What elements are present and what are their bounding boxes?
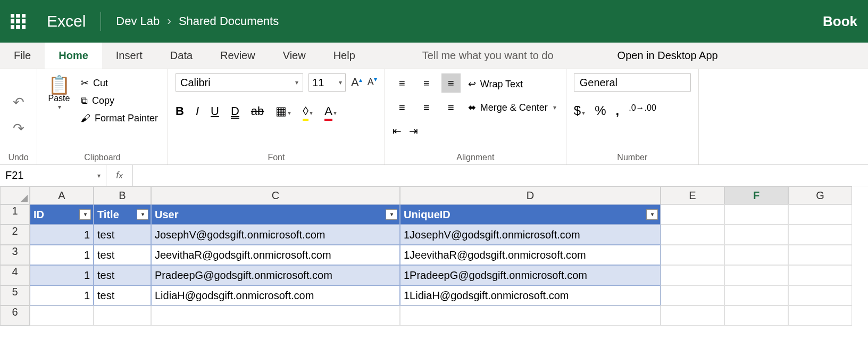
cell[interactable] bbox=[661, 306, 724, 326]
cell[interactable]: test bbox=[94, 225, 151, 245]
cell[interactable] bbox=[661, 225, 724, 245]
row-header[interactable]: 2 bbox=[0, 225, 30, 245]
cell[interactable]: 1LidiaH@godsgift.onmicrosoft.com bbox=[400, 285, 661, 306]
chevron-down-icon[interactable]: ▾ bbox=[97, 172, 101, 179]
cell[interactable] bbox=[661, 245, 724, 265]
cell[interactable] bbox=[30, 306, 94, 326]
grow-font-button[interactable]: A▴ bbox=[351, 76, 362, 89]
cell[interactable]: JeevithaR@godsgift.onmicrosoft.com bbox=[151, 245, 400, 265]
row-header[interactable]: 3 bbox=[0, 245, 30, 265]
table-header-uniqueid[interactable]: UniqueID▾ bbox=[400, 204, 661, 225]
breadcrumb-site[interactable]: Dev Lab bbox=[116, 14, 160, 28]
col-header-e[interactable]: E bbox=[661, 186, 724, 204]
cell[interactable]: test bbox=[94, 285, 151, 306]
select-all-corner[interactable] bbox=[0, 186, 30, 204]
align-bottom-button[interactable]: ≡ bbox=[441, 73, 461, 93]
increase-decimal-button[interactable]: .0→.00 bbox=[629, 103, 656, 118]
cell[interactable] bbox=[724, 306, 788, 326]
name-box[interactable]: F21▾ bbox=[0, 165, 106, 186]
cell[interactable] bbox=[788, 225, 852, 245]
cell[interactable] bbox=[788, 265, 852, 285]
cell[interactable] bbox=[661, 204, 724, 225]
tab-view[interactable]: View bbox=[269, 43, 320, 69]
format-painter-button[interactable]: 🖌Format Painter bbox=[79, 111, 160, 126]
col-header-f[interactable]: F bbox=[724, 186, 788, 204]
table-header-user[interactable]: User▾ bbox=[151, 204, 400, 225]
fill-color-button[interactable]: ◊▾ bbox=[303, 104, 313, 118]
breadcrumb[interactable]: Dev Lab › Shared Documents bbox=[116, 14, 279, 28]
fx-icon[interactable]: fx bbox=[106, 165, 133, 186]
cell[interactable] bbox=[400, 306, 661, 326]
col-header-b[interactable]: B bbox=[94, 186, 151, 204]
cell[interactable]: test bbox=[94, 265, 151, 285]
cell[interactable] bbox=[788, 245, 852, 265]
cell[interactable]: 1JeevithaR@godsgift.onmicrosoft.com bbox=[400, 245, 661, 265]
comma-format-button[interactable]: , bbox=[616, 103, 620, 118]
double-underline-button[interactable]: D bbox=[231, 104, 239, 118]
align-center-button[interactable]: ≡ bbox=[417, 98, 436, 117]
tab-file[interactable]: File bbox=[0, 43, 45, 69]
filter-dropdown-icon[interactable]: ▾ bbox=[386, 209, 397, 220]
percent-format-button[interactable]: % bbox=[595, 103, 606, 118]
align-middle-button[interactable]: ≡ bbox=[417, 73, 436, 93]
document-name[interactable]: Book bbox=[823, 13, 857, 30]
tab-home[interactable]: Home bbox=[45, 43, 102, 69]
row-header[interactable]: 4 bbox=[0, 265, 30, 285]
paste-button[interactable]: 📋 Paste ▾ bbox=[45, 73, 73, 113]
col-header-a[interactable]: A bbox=[30, 186, 94, 204]
cell[interactable] bbox=[151, 306, 400, 326]
number-format-select[interactable]: General bbox=[574, 73, 691, 92]
wrap-text-button[interactable]: ↩Wrap Text bbox=[466, 77, 558, 92]
cell[interactable]: JosephV@godsgift.onmicrosoft.com bbox=[151, 225, 400, 245]
cell[interactable]: 1 bbox=[30, 245, 94, 265]
cell[interactable]: 1PradeepG@godsgift.onmicrosoft.com bbox=[400, 265, 661, 285]
cell[interactable]: 1 bbox=[30, 265, 94, 285]
filter-dropdown-icon[interactable]: ▾ bbox=[79, 209, 91, 220]
font-color-button[interactable]: A▾ bbox=[324, 104, 337, 118]
cell[interactable] bbox=[788, 306, 852, 326]
cell[interactable] bbox=[661, 285, 724, 306]
tab-review[interactable]: Review bbox=[206, 43, 269, 69]
italic-button[interactable]: I bbox=[196, 104, 199, 118]
row-header[interactable]: 5 bbox=[0, 285, 30, 306]
table-header-title[interactable]: Title▾ bbox=[94, 204, 151, 225]
chevron-down-icon[interactable]: ▾ bbox=[58, 103, 61, 111]
undo-icon[interactable]: ↶ bbox=[13, 94, 24, 111]
borders-button[interactable]: ▦▾ bbox=[276, 104, 291, 118]
open-in-desktop-button[interactable]: Open in Desktop App bbox=[596, 43, 739, 69]
col-header-d[interactable]: D bbox=[400, 186, 661, 204]
table-header-id[interactable]: ID▾ bbox=[30, 204, 94, 225]
cell[interactable] bbox=[94, 306, 151, 326]
cell[interactable]: 1 bbox=[30, 225, 94, 245]
redo-icon[interactable]: ↷ bbox=[13, 120, 24, 137]
increase-indent-button[interactable]: ⇥ bbox=[409, 125, 418, 137]
cell[interactable] bbox=[788, 285, 852, 306]
cut-button[interactable]: ✂Cut bbox=[79, 76, 160, 90]
decrease-indent-button[interactable]: ⇤ bbox=[393, 125, 402, 137]
cell[interactable]: PradeepG@godsgift.onmicrosoft.com bbox=[151, 265, 400, 285]
accounting-format-button[interactable]: $▾ bbox=[574, 103, 585, 118]
filter-dropdown-icon[interactable]: ▾ bbox=[646, 209, 658, 220]
strikethrough-button[interactable]: ab bbox=[251, 104, 264, 118]
col-header-c[interactable]: C bbox=[151, 186, 400, 204]
align-top-button[interactable]: ≡ bbox=[393, 73, 412, 93]
bold-button[interactable]: B bbox=[176, 104, 184, 118]
cell[interactable] bbox=[724, 225, 788, 245]
breadcrumb-folder[interactable]: Shared Documents bbox=[179, 14, 279, 28]
font-name-select[interactable]: Calibri▾ bbox=[176, 73, 303, 92]
cell[interactable]: LidiaH@godsgift.onmicrosoft.com bbox=[151, 285, 400, 306]
row-header[interactable]: 6 bbox=[0, 306, 30, 326]
align-left-button[interactable]: ≡ bbox=[393, 98, 412, 117]
tab-help[interactable]: Help bbox=[320, 43, 369, 69]
row-header[interactable]: 1 bbox=[0, 204, 30, 225]
shrink-font-button[interactable]: A▾ bbox=[368, 76, 377, 89]
tell-me-search[interactable]: Tell me what you want to do bbox=[401, 43, 575, 69]
tab-data[interactable]: Data bbox=[156, 43, 206, 69]
cell[interactable] bbox=[661, 265, 724, 285]
tab-insert[interactable]: Insert bbox=[102, 43, 156, 69]
font-size-select[interactable]: 11▾ bbox=[308, 73, 346, 92]
cell[interactable] bbox=[724, 245, 788, 265]
cell[interactable] bbox=[724, 204, 788, 225]
cell[interactable]: test bbox=[94, 245, 151, 265]
merge-center-button[interactable]: ⬌Merge & Center▾ bbox=[466, 100, 558, 115]
